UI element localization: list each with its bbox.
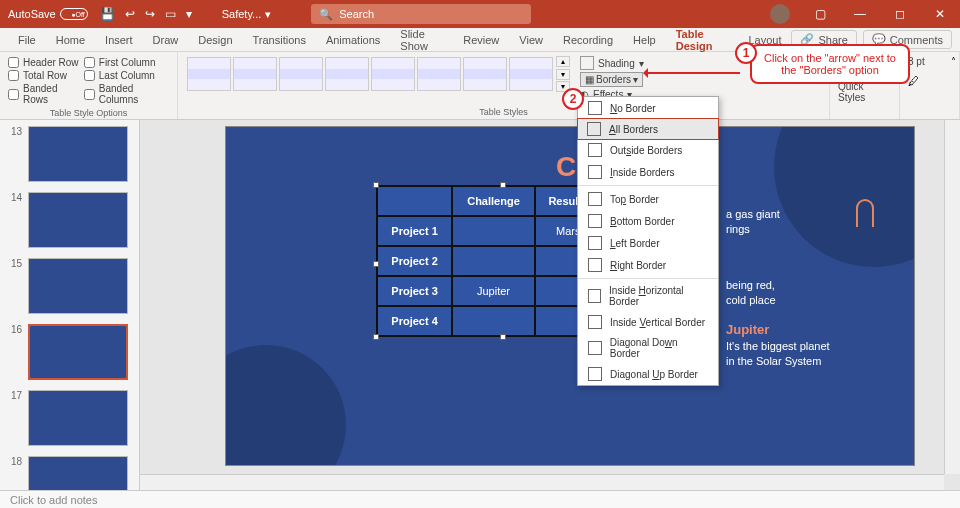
autosave-toggle[interactable]: AutoSave ● Off bbox=[8, 8, 88, 20]
menu-inside-borders[interactable]: Inside Borders bbox=[578, 161, 718, 183]
tab-design[interactable]: Design bbox=[188, 30, 242, 50]
table-style-thumb[interactable] bbox=[233, 57, 277, 91]
close-button[interactable]: ✕ bbox=[920, 0, 960, 28]
search-placeholder: Search bbox=[339, 8, 374, 20]
workspace: 13 14 15 16 17 18 Case Challenge Results… bbox=[0, 120, 960, 490]
redo-icon[interactable]: ↪ bbox=[145, 7, 155, 21]
tab-transitions[interactable]: Transitions bbox=[243, 30, 316, 50]
vertical-scrollbar[interactable] bbox=[944, 120, 960, 474]
menu-top-border[interactable]: Top Border bbox=[578, 188, 718, 210]
no-border-icon bbox=[588, 101, 602, 115]
undo-icon[interactable]: ↩ bbox=[125, 7, 135, 21]
table-style-thumb[interactable] bbox=[187, 57, 231, 91]
menu-diagonal-up-border[interactable]: Diagonal Up Border bbox=[578, 363, 718, 385]
table-style-thumb[interactable] bbox=[463, 57, 507, 91]
quick-styles-button[interactable]: Quick Styles bbox=[838, 81, 891, 103]
tab-view[interactable]: View bbox=[509, 30, 553, 50]
tab-home[interactable]: Home bbox=[46, 30, 95, 50]
menu-left-border[interactable]: Left Border bbox=[578, 232, 718, 254]
minimize-button[interactable]: — bbox=[840, 0, 880, 28]
borders-split-button[interactable]: ▦ Borders ▾ bbox=[580, 72, 643, 87]
tab-file[interactable]: File bbox=[8, 30, 46, 50]
annotation-step-2: 2 bbox=[562, 88, 584, 110]
annotation-step-1: 1 bbox=[735, 42, 757, 64]
bottom-border-icon bbox=[588, 214, 602, 228]
borders-dropdown-menu: No Border All Borders Outside Borders In… bbox=[577, 96, 719, 386]
gallery-up-icon[interactable]: ▴ bbox=[556, 56, 570, 67]
tab-animations[interactable]: Animations bbox=[316, 30, 390, 50]
tab-recording[interactable]: Recording bbox=[553, 30, 623, 50]
collapse-ribbon-icon[interactable]: ˄ bbox=[951, 56, 956, 67]
annotation-callout: Click on the "arrow" next to the "Border… bbox=[750, 44, 910, 84]
slide-thumbnail[interactable] bbox=[28, 456, 128, 490]
selection-handle[interactable] bbox=[500, 334, 506, 340]
table-style-thumb[interactable] bbox=[279, 57, 323, 91]
menu-inside-horizontal-border[interactable]: Inside Horizontal Border bbox=[578, 281, 718, 311]
selection-handle[interactable] bbox=[373, 334, 379, 340]
outside-borders-icon bbox=[588, 143, 602, 157]
ribbon-display-icon[interactable]: ▢ bbox=[800, 0, 840, 28]
last-column-checkbox[interactable]: Last Column bbox=[84, 69, 169, 82]
pen-width[interactable]: 3 pt bbox=[908, 56, 925, 67]
first-column-checkbox[interactable]: First Column bbox=[84, 56, 169, 69]
annotation-arrow bbox=[644, 72, 740, 74]
slide-thumbnail[interactable] bbox=[28, 192, 128, 248]
menu-no-border[interactable]: No Border bbox=[578, 97, 718, 119]
search-icon: 🔍 bbox=[319, 8, 333, 21]
slide-thumbnail[interactable] bbox=[28, 258, 128, 314]
chevron-down-icon: ▾ bbox=[265, 8, 271, 21]
diag-up-icon bbox=[588, 367, 602, 381]
menu-diagonal-down-border[interactable]: Diagonal Down Border bbox=[578, 333, 718, 363]
notes-placeholder: Click to add notes bbox=[10, 494, 97, 506]
header-row-checkbox[interactable]: Header Row bbox=[8, 56, 80, 69]
table-style-thumb[interactable] bbox=[371, 57, 415, 91]
window-controls: ▢ — ◻ ✕ bbox=[770, 0, 960, 28]
slide-thumbnail[interactable] bbox=[28, 390, 128, 446]
selection-handle[interactable] bbox=[373, 261, 379, 267]
tab-review[interactable]: Review bbox=[453, 30, 509, 50]
from-beginning-icon[interactable]: ▭ bbox=[165, 7, 176, 21]
save-icon[interactable]: 💾 bbox=[100, 7, 115, 21]
menu-right-border[interactable]: Right Border bbox=[578, 254, 718, 276]
tab-help[interactable]: Help bbox=[623, 30, 666, 50]
menu-bottom-border[interactable]: Bottom Border bbox=[578, 210, 718, 232]
gallery-down-icon[interactable]: ▾ bbox=[556, 69, 570, 80]
tab-insert[interactable]: Insert bbox=[95, 30, 143, 50]
inside-v-border-icon bbox=[588, 315, 602, 329]
menu-all-borders[interactable]: All Borders bbox=[577, 118, 719, 140]
selection-handle[interactable] bbox=[373, 182, 379, 188]
table-style-thumb[interactable] bbox=[325, 57, 369, 91]
table-style-thumb[interactable] bbox=[509, 57, 553, 91]
group-label-table-style-options: Table Style Options bbox=[8, 106, 169, 118]
slide-thumbnails[interactable]: 13 14 15 16 17 18 bbox=[0, 120, 140, 490]
banded-rows-checkbox[interactable]: Banded Rows bbox=[8, 82, 80, 106]
fill-icon bbox=[580, 56, 594, 70]
table-style-thumb[interactable] bbox=[417, 57, 461, 91]
menu-inside-vertical-border[interactable]: Inside Vertical Border bbox=[578, 311, 718, 333]
tab-draw[interactable]: Draw bbox=[143, 30, 189, 50]
horizontal-scrollbar[interactable] bbox=[140, 474, 944, 490]
tab-table-design[interactable]: Table Design bbox=[666, 24, 739, 56]
banded-columns-checkbox[interactable]: Banded Columns bbox=[84, 82, 169, 106]
notes-pane[interactable]: Click to add notes bbox=[0, 490, 960, 508]
inside-borders-icon bbox=[588, 165, 602, 179]
menu-outside-borders[interactable]: Outside Borders bbox=[578, 139, 718, 161]
borders-icon: ▦ bbox=[585, 74, 594, 85]
slide-thumbnail[interactable] bbox=[28, 126, 128, 182]
slide-canvas[interactable]: Case Challenge Results S Project 1Mars P… bbox=[140, 120, 960, 490]
group-label-table-styles: Table Styles bbox=[186, 105, 821, 117]
user-avatar[interactable] bbox=[770, 4, 790, 24]
right-border-icon bbox=[588, 258, 602, 272]
maximize-button[interactable]: ◻ bbox=[880, 0, 920, 28]
autosave-switch[interactable]: ● Off bbox=[60, 8, 88, 20]
shading-button[interactable]: Shading ▾ bbox=[580, 56, 644, 70]
search-box[interactable]: 🔍 Search bbox=[311, 4, 531, 24]
selection-handle[interactable] bbox=[500, 182, 506, 188]
tab-slide-show[interactable]: Slide Show bbox=[390, 24, 453, 56]
document-name[interactable]: Safety... ▾ bbox=[222, 8, 272, 21]
qat-more-icon[interactable]: ▾ bbox=[186, 7, 192, 21]
left-border-icon bbox=[588, 236, 602, 250]
slide-thumbnail[interactable] bbox=[28, 324, 128, 380]
total-row-checkbox[interactable]: Total Row bbox=[8, 69, 80, 82]
inside-h-border-icon bbox=[588, 289, 601, 303]
